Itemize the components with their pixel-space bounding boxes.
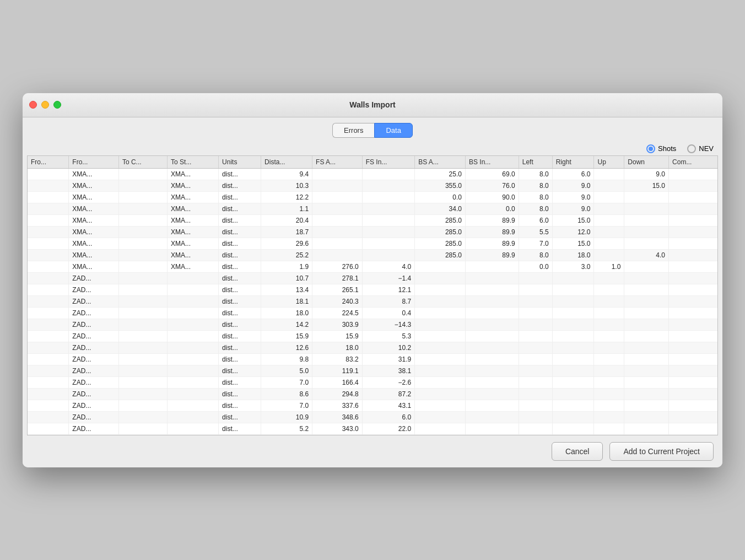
table-cell: 5.0 xyxy=(261,365,312,376)
table-cell xyxy=(669,261,717,272)
table-cell: 337.6 xyxy=(312,400,363,411)
table-cell: ZAD... xyxy=(69,330,119,342)
add-to-project-button[interactable]: Add to Current Project xyxy=(609,442,714,461)
footer: Cancel Add to Current Project xyxy=(23,435,722,467)
table-cell xyxy=(168,365,219,376)
table-cell: 18.0 xyxy=(261,307,312,319)
table-cell xyxy=(415,261,466,272)
table-cell: XMA... xyxy=(69,261,119,272)
table-cell xyxy=(168,423,219,434)
table-cell xyxy=(168,272,219,284)
table-cell xyxy=(465,284,519,295)
table-cell: 15.0 xyxy=(552,238,594,249)
errors-tab[interactable]: Errors xyxy=(332,123,374,138)
table-cell xyxy=(465,307,519,319)
table-cell xyxy=(624,191,669,203)
table-cell: 43.1 xyxy=(362,400,415,411)
column-header: FS In... xyxy=(362,156,415,169)
nev-radio[interactable]: NEV xyxy=(687,144,714,153)
table-cell xyxy=(168,307,219,319)
table-cell xyxy=(168,353,219,365)
table-cell: 0.0 xyxy=(465,203,519,214)
table-scroll-area[interactable]: Fro...Fro...To C...To St...UnitsDista...… xyxy=(28,156,717,435)
table-cell xyxy=(594,388,624,400)
table-cell: ZAD... xyxy=(69,284,119,295)
table-row: ZAD...dist...14.2303.9−14.3 xyxy=(28,319,717,330)
table-cell: 9.0 xyxy=(552,191,594,203)
table-cell xyxy=(118,319,167,330)
table-row: XMA...XMA...dist...25.2285.089.98.018.04… xyxy=(28,249,717,261)
table-cell xyxy=(465,295,519,307)
table-cell xyxy=(552,376,594,388)
table-cell: 10.7 xyxy=(261,272,312,284)
table-cell xyxy=(669,353,717,365)
table-cell: 5.3 xyxy=(362,330,415,342)
table-cell: ZAD... xyxy=(69,400,119,411)
table-cell xyxy=(465,319,519,330)
table-cell: 119.1 xyxy=(312,365,363,376)
table-cell: ZAD... xyxy=(69,376,119,388)
close-button[interactable] xyxy=(29,101,37,109)
table-cell: 7.0 xyxy=(261,400,312,411)
table-cell xyxy=(168,376,219,388)
table-cell xyxy=(552,319,594,330)
minimize-button[interactable] xyxy=(41,101,49,109)
table-cell: XMA... xyxy=(69,214,119,226)
table-cell: XMA... xyxy=(69,168,119,180)
table-row: XMA...XMA...dist...20.4285.089.96.015.0 xyxy=(28,214,717,226)
table-cell: 20.4 xyxy=(261,214,312,226)
table-cell: 4.0 xyxy=(362,261,415,272)
table-cell xyxy=(415,423,466,434)
table-cell: 9.0 xyxy=(552,180,594,191)
column-header: Right xyxy=(552,156,594,169)
table-cell xyxy=(168,388,219,400)
column-header: To C... xyxy=(118,156,167,169)
table-cell: 4.0 xyxy=(624,249,669,261)
table-cell xyxy=(624,353,669,365)
shots-radio[interactable]: Shots xyxy=(646,144,676,153)
table-cell xyxy=(669,330,717,342)
table-cell xyxy=(118,203,167,214)
table-cell xyxy=(28,249,69,261)
table-cell xyxy=(519,423,552,434)
data-tab[interactable]: Data xyxy=(374,123,412,138)
table-cell xyxy=(118,295,167,307)
table-cell xyxy=(28,226,69,238)
table-cell: 5.2 xyxy=(261,423,312,434)
table-cell: 278.1 xyxy=(312,272,363,284)
window-title: Walls Import xyxy=(349,100,396,109)
table-cell: 8.0 xyxy=(519,191,552,203)
table-cell xyxy=(168,411,219,423)
table-cell xyxy=(624,272,669,284)
table-cell xyxy=(594,365,624,376)
table-cell: 285.0 xyxy=(415,238,466,249)
table-cell: 1.1 xyxy=(261,203,312,214)
table-cell: dist... xyxy=(219,203,261,214)
table-cell: 22.0 xyxy=(362,423,415,434)
cancel-button[interactable]: Cancel xyxy=(552,442,603,461)
table-cell xyxy=(594,284,624,295)
table-cell xyxy=(519,319,552,330)
table-cell xyxy=(362,191,415,203)
maximize-button[interactable] xyxy=(53,101,61,109)
table-cell xyxy=(415,388,466,400)
table-cell xyxy=(552,342,594,353)
table-cell: dist... xyxy=(219,423,261,434)
table-cell xyxy=(168,400,219,411)
table-cell: 303.9 xyxy=(312,319,363,330)
column-header: BS In... xyxy=(465,156,519,169)
table-cell: 18.7 xyxy=(261,226,312,238)
main-window: Walls Import Errors Data Shots NEV Fro..… xyxy=(23,93,722,467)
table-cell: 29.6 xyxy=(261,238,312,249)
table-cell xyxy=(28,261,69,272)
table-cell: dist... xyxy=(219,388,261,400)
table-cell xyxy=(118,388,167,400)
table-cell xyxy=(519,284,552,295)
table-cell: dist... xyxy=(219,307,261,319)
table-row: ZAD...dist...18.0224.50.4 xyxy=(28,307,717,319)
table-cell: 1.0 xyxy=(594,261,624,272)
table-cell xyxy=(669,191,717,203)
table-cell xyxy=(624,365,669,376)
table-row: XMA...XMA...dist...1.134.00.08.09.0 xyxy=(28,203,717,214)
table-cell xyxy=(118,423,167,434)
